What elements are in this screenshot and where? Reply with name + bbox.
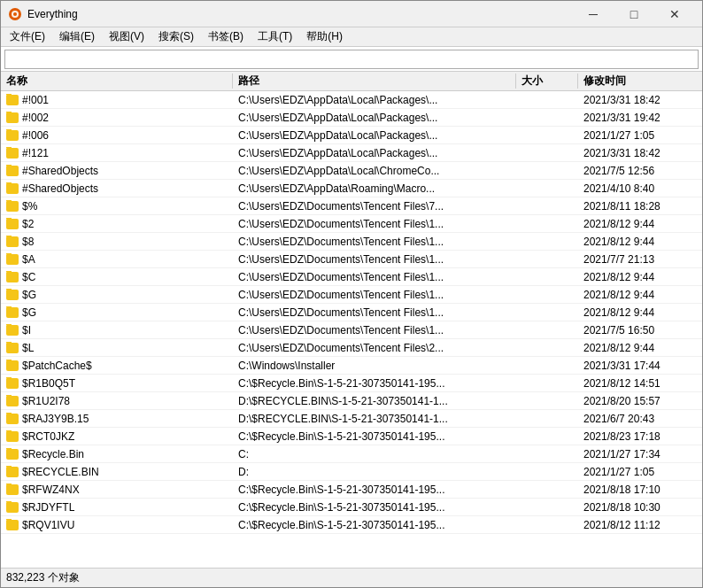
menu-search[interactable]: 搜索(S) [151,27,201,46]
row-name-cell: $RCT0JKZ [3,430,233,443]
row-name-cell: $R1U2I78 [3,395,233,407]
row-modified-cell: 2021/1/27 17:34 [578,448,700,460]
table-row[interactable]: $PatchCache$ C:\Windows\Installer 2021/3… [1,357,702,375]
column-path-header[interactable]: 路径 [233,74,516,89]
folder-icon [6,290,19,300]
column-name-header[interactable]: 名称 [3,74,233,89]
table-row[interactable]: #SharedObjects C:\Users\EDZ\AppData\Loca… [1,162,702,180]
table-row[interactable]: $R1U2I78 D:\$RECYCLE.BIN\S-1-5-21-307350… [1,392,702,410]
row-name-cell: $RECYCLE.BIN [3,466,233,478]
table-row[interactable]: $RFWZ4NX C:\$Recycle.Bin\S-1-5-21-307350… [1,481,702,499]
folder-icon [6,183,19,194]
row-modified-cell: 2021/7/5 12:56 [578,165,700,177]
row-name-cell: #!006 [3,129,233,142]
row-modified-cell: 2021/8/12 9:44 [578,218,700,230]
row-path-cell: C:\Users\EDZ\AppData\Roaming\Macro... [233,182,516,195]
table-row[interactable]: $RECYCLE.BIN D: 2021/1/27 1:05 [1,463,702,481]
row-path-cell: C:\Users\EDZ\Documents\Tencent Files\1..… [233,289,516,301]
table-row[interactable]: $RAJ3Y9B.15 D:\$RECYCLE.BIN\S-1-5-21-307… [1,410,702,428]
row-name-cell: $C [3,271,233,283]
folder-icon [6,520,19,530]
row-modified-cell: 2021/1/27 1:05 [578,466,700,478]
row-name-cell: $RJDYFTL [3,501,233,514]
row-modified-cell: 2021/8/20 15:57 [578,395,700,407]
row-modified-cell: 2021/8/11 18:28 [578,200,700,213]
maximize-button[interactable]: □ [614,1,654,27]
row-name-cell: $2 [3,218,233,230]
table-row[interactable]: $2 C:\Users\EDZ\Documents\Tencent Files\… [1,215,702,233]
menu-help[interactable]: 帮助(H) [299,27,350,46]
row-name-text: $L [22,342,34,354]
row-modified-cell: 2021/8/23 17:18 [578,430,700,443]
row-path-cell: C:\Users\EDZ\Documents\Tencent Files\2..… [233,342,516,354]
table-row[interactable]: $C C:\Users\EDZ\Documents\Tencent Files\… [1,268,702,286]
svg-point-2 [13,12,17,16]
menu-file[interactable]: 文件(E) [3,27,52,46]
menu-edit[interactable]: 编辑(E) [52,27,102,46]
close-button[interactable]: ✕ [654,1,695,27]
table-row[interactable]: #!001 C:\Users\EDZ\AppData\Local\Package… [1,91,702,109]
row-name-cell: $RAJ3Y9B.15 [3,413,233,425]
status-bar: 832,223 个对象 [1,568,702,587]
table-row[interactable]: $R1B0Q5T C:\$Recycle.Bin\S-1-5-21-307350… [1,375,702,392]
column-size-header[interactable]: 大小 [516,74,578,89]
row-name-text: #SharedObjects [22,165,98,177]
folder-icon [6,343,19,353]
row-name-text: $8 [22,236,34,248]
row-name-cell: $L [3,342,233,354]
row-name-text: $RFWZ4NX [22,484,80,496]
search-input[interactable] [4,50,699,69]
row-name-cell: $G [3,289,233,301]
table-row[interactable]: $Recycle.Bin C: 2021/1/27 17:34 [1,445,702,463]
row-name-text: $RAJ3Y9B.15 [22,413,89,425]
row-name-cell: #!002 [3,112,233,124]
column-modified-header[interactable]: 修改时间 [578,74,700,89]
folder-icon [6,201,19,212]
menu-bookmark[interactable]: 书签(B) [201,27,251,46]
search-bar [1,47,702,72]
row-modified-cell: 2021/3/31 19:42 [578,112,700,124]
folder-icon [6,414,19,424]
row-modified-cell: 2021/8/12 11:12 [578,519,700,531]
table-row[interactable]: $RJDYFTL C:\$Recycle.Bin\S-1-5-21-307350… [1,499,702,516]
table-row[interactable]: $8 C:\Users\EDZ\Documents\Tencent Files\… [1,233,702,251]
status-text: 832,223 个对象 [6,570,80,585]
table-row[interactable]: #!121 C:\Users\EDZ\AppData\Local\Package… [1,144,702,162]
table-row[interactable]: $% C:\Users\EDZ\Documents\Tencent Files\… [1,197,702,215]
row-modified-cell: 2021/8/12 9:44 [578,342,700,354]
table-row[interactable]: $G C:\Users\EDZ\Documents\Tencent Files\… [1,286,702,304]
row-name-cell: $G [3,306,233,319]
minimize-button[interactable]: ─ [573,1,614,27]
table-row[interactable]: $RQV1IVU C:\$Recycle.Bin\S-1-5-21-307350… [1,516,702,534]
row-path-cell: C:\Users\EDZ\Documents\Tencent Files\1..… [233,306,516,319]
window-controls: ─ □ ✕ [573,1,695,27]
row-name-text: $RCT0JKZ [22,430,74,443]
table-row[interactable]: $A C:\Users\EDZ\Documents\Tencent Files\… [1,251,702,268]
table-row[interactable]: $RCT0JKZ C:\$Recycle.Bin\S-1-5-21-307350… [1,428,702,445]
folder-icon [6,219,19,229]
table-row[interactable]: $G C:\Users\EDZ\Documents\Tencent Files\… [1,304,702,321]
row-name-text: $R1U2I78 [22,395,70,407]
folder-icon [6,325,19,336]
menu-view[interactable]: 视图(V) [102,27,151,46]
row-name-cell: $PatchCache$ [3,360,233,372]
table-row[interactable]: $L C:\Users\EDZ\Documents\Tencent Files\… [1,339,702,357]
row-path-cell: C:\$Recycle.Bin\S-1-5-21-307350141-195..… [233,484,516,496]
row-name-text: $I [22,324,31,337]
row-path-cell: D: [233,466,516,478]
table-row[interactable]: $I C:\Users\EDZ\Documents\Tencent Files\… [1,321,702,339]
row-modified-cell: 2021/3/31 18:42 [578,147,700,159]
table-row[interactable]: #SharedObjects C:\Users\EDZ\AppData\Roam… [1,180,702,197]
row-name-text: #!002 [22,112,49,124]
table-row[interactable]: #!002 C:\Users\EDZ\AppData\Local\Package… [1,109,702,127]
row-path-cell: C:\Users\EDZ\AppData\Local\Packages\... [233,112,516,124]
row-modified-cell: 2021/8/18 10:30 [578,501,700,514]
row-modified-cell: 2021/8/18 17:10 [578,484,700,496]
folder-icon [6,236,19,247]
folder-icon [6,307,19,318]
menu-tools[interactable]: 工具(T) [251,27,299,46]
table-body[interactable]: #!001 C:\Users\EDZ\AppData\Local\Package… [1,91,702,568]
row-name-text: #!006 [22,129,49,142]
row-path-cell: C:\Users\EDZ\Documents\Tencent Files\7..… [233,200,516,213]
table-row[interactable]: #!006 C:\Users\EDZ\AppData\Local\Package… [1,127,702,144]
